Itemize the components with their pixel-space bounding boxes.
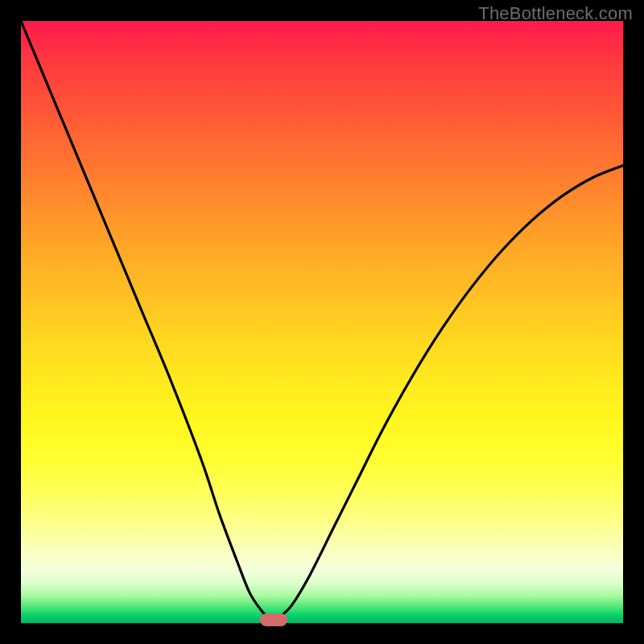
trough-marker bbox=[260, 613, 287, 626]
watermark-text: TheBottleneck.com bbox=[478, 3, 633, 24]
chart-frame: TheBottleneck.com bbox=[0, 0, 644, 644]
bottleneck-curve bbox=[21, 21, 623, 623]
